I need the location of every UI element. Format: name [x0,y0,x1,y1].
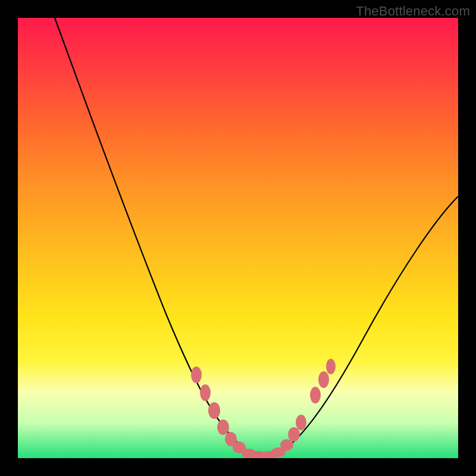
highlight-dot [191,367,202,383]
curve-svg [18,18,458,458]
highlight-dot [217,419,229,435]
highlight-dot [310,387,321,403]
watermark-text: TheBottleneck.com [356,4,470,19]
highlight-dot [288,427,300,441]
highlight-dot [296,415,306,430]
plot-area [18,18,458,458]
chart-frame: TheBottleneck.com [0,0,476,476]
highlight-dot [208,402,220,419]
highlight-dot [200,384,211,401]
bottleneck-curve [55,18,458,455]
highlight-dot [326,359,336,374]
highlight-dot [280,439,293,451]
highlight-dot [318,371,329,388]
